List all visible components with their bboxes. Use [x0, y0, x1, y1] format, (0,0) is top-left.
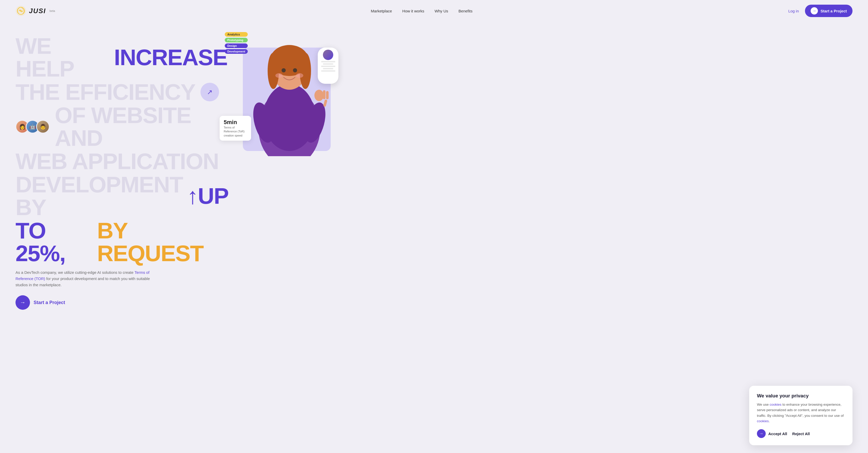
headline-line3: 👩 🤖 👨 OF WEBSITE AND: [16, 104, 227, 149]
five-min-subtitle: Terms of Reference (ToR) creation speed: [224, 126, 247, 138]
beta-badge: beta: [50, 9, 55, 12]
accept-all-button[interactable]: → Accept All: [757, 429, 787, 438]
cookie-text-3: .: [769, 419, 770, 423]
svg-point-14: [275, 73, 283, 78]
main-content: WE HELP INCREASE THE EFFICIENCY ↗ 👩 🤖: [0, 22, 868, 453]
headline-efficiency: THE EFFICIENCY: [16, 81, 195, 104]
brand-logo-icon: [16, 5, 26, 16]
skill-tags: Analytics Prototyping Design Development: [225, 32, 248, 54]
logo-area: JUSI beta: [16, 5, 55, 16]
headline-dev-by: DEVELOPMENT BY: [16, 173, 183, 219]
avatar-3: 👨: [36, 120, 50, 134]
headline-by-request: BY REQUEST: [97, 219, 227, 265]
headline-line1: WE HELP INCREASE: [16, 35, 227, 80]
cookie-text: We use cookies to enhance your browsing …: [757, 402, 845, 424]
svg-point-11: [300, 53, 311, 89]
five-min-card: 5min Terms of Reference (ToR) creation s…: [220, 116, 251, 141]
cookie-link-2[interactable]: cookies: [757, 419, 769, 423]
svg-point-10: [268, 53, 279, 89]
headline-web-app: WEB APPLICATION: [16, 148, 219, 174]
hero-right: Analytics Prototyping Design Development: [227, 27, 336, 438]
navbar-cta-label: Start a Project: [820, 9, 847, 13]
svg-rect-18: [326, 91, 329, 99]
tag-prototyping: Prototyping: [225, 38, 248, 43]
navbar-start-project-button[interactable]: → Start a Project: [805, 5, 852, 17]
hero-start-project-button[interactable]: → Start a Project: [16, 295, 65, 310]
svg-rect-17: [323, 90, 326, 99]
phone-line-3: [321, 66, 335, 67]
hero-headline: WE HELP INCREASE THE EFFICIENCY ↗ 👩 🤖: [16, 35, 227, 265]
tag-analytics: Analytics: [225, 32, 248, 37]
reject-all-button[interactable]: Reject All: [792, 431, 810, 436]
headline-we-help: WE HELP: [16, 35, 110, 80]
five-min-number: 5min: [224, 119, 247, 126]
nav-how-it-works[interactable]: How it works: [402, 9, 424, 13]
svg-point-16: [314, 90, 324, 101]
tag-development: Development: [225, 49, 248, 54]
svg-point-12: [282, 68, 286, 73]
svg-point-2: [20, 10, 22, 11]
avatar-group: 👩 🤖 👨: [16, 120, 50, 134]
phone-avatar: [323, 50, 333, 60]
navbar-cta-arrow-icon: →: [811, 7, 818, 15]
phone-card: [318, 48, 338, 84]
headline-increase: INCREASE: [114, 46, 227, 69]
svg-point-15: [296, 73, 303, 78]
navbar-right: Log in → Start a Project: [788, 5, 852, 17]
accept-label: Accept All: [768, 431, 787, 436]
hero-image-container: Analytics Prototyping Design Development: [227, 27, 336, 156]
login-link[interactable]: Log in: [788, 9, 799, 13]
phone-line-1: [321, 61, 335, 62]
headline-line6: TO 25%, BY REQUEST: [16, 219, 227, 265]
cookie-banner: We value your privacy We use cookies to …: [749, 386, 852, 445]
headline-line5: DEVELOPMENT BY ↑UP: [16, 173, 227, 219]
tag-design: Design: [225, 44, 248, 48]
trend-arrow-icon: ↗: [207, 88, 213, 96]
svg-rect-19: [323, 99, 328, 107]
hero-description: As a DevTech company, we utilize cutting…: [16, 270, 160, 288]
person-svg: [245, 29, 333, 156]
svg-point-13: [293, 68, 297, 73]
hero-left: WE HELP INCREASE THE EFFICIENCY ↗ 👩 🤖: [16, 27, 227, 438]
trend-icon-badge: ↗: [200, 83, 219, 101]
cookie-title: We value your privacy: [757, 393, 845, 399]
nav-links: Marketplace How it works Why Us Benefits: [371, 9, 472, 13]
cookie-link-1[interactable]: cookies: [770, 403, 781, 406]
headline-line4: WEB APPLICATION: [16, 150, 227, 173]
description-text-1: As a DevTech company, we utilize cutting…: [16, 270, 134, 275]
headline-up: ↑UP: [187, 185, 228, 207]
headline-to25: TO 25%,: [16, 219, 94, 265]
phone-line-4: [323, 68, 333, 69]
nav-why-us[interactable]: Why Us: [435, 9, 448, 13]
avatar-face-3: 👨: [37, 121, 49, 133]
headline-line2: THE EFFICIENCY ↗: [16, 81, 227, 104]
accept-arrow-icon: →: [757, 429, 766, 438]
cookie-actions: → Accept All Reject All: [757, 429, 845, 438]
cookie-text-1: We use: [757, 403, 770, 406]
headline-of-website: OF WEBSITE AND: [55, 104, 227, 149]
nav-marketplace[interactable]: Marketplace: [371, 9, 392, 13]
phone-line-2: [323, 63, 333, 65]
nav-benefits[interactable]: Benefits: [459, 9, 472, 13]
phone-line-5: [321, 70, 335, 72]
hero-cta-arrow-icon: →: [16, 295, 30, 310]
hero-person-image: [245, 29, 333, 156]
brand-name: JUSI: [29, 7, 46, 15]
navbar: JUSI beta Marketplace How it works Why U…: [0, 0, 868, 22]
hero-cta-label: Start a Project: [34, 300, 65, 305]
